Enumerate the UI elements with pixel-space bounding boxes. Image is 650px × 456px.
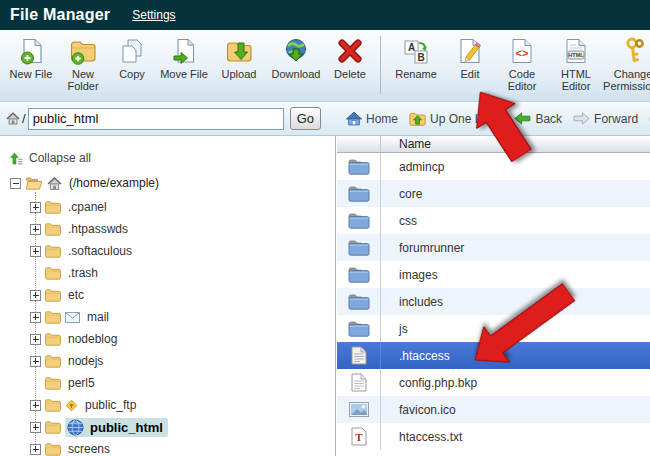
back-button[interactable]: Back (514, 112, 562, 126)
file-row-config-php-bkp[interactable]: config.php.bkp (337, 369, 650, 396)
toolbar-label: Download (272, 68, 321, 80)
folder-blue-icon (348, 293, 370, 310)
folder-icon (45, 443, 61, 456)
toolbar-label: Rename (395, 68, 437, 80)
toolbar-label: Copy (119, 68, 145, 80)
file-row-js[interactable]: js (337, 315, 650, 342)
edit-button[interactable]: Edit (446, 36, 494, 80)
file-name: forumrunner (381, 241, 650, 255)
code-editor-icon: <> (508, 36, 536, 66)
name-column-header[interactable]: Name (381, 136, 650, 152)
tree-item-label: etc (68, 288, 84, 302)
file-row-htaccess-txt[interactable]: T htaccess.txt (337, 423, 650, 450)
globe-icon (67, 419, 84, 436)
svg-text:T: T (355, 431, 363, 443)
tree-item-softaculous[interactable]: .softaculous (10, 240, 335, 262)
tree-item-label: nodejs (68, 354, 103, 368)
tree-item-public-html[interactable]: public_html (10, 416, 335, 438)
download-button[interactable]: Download (267, 36, 325, 80)
ftp-icon (65, 399, 78, 412)
rename-button[interactable]: AB Rename (388, 36, 444, 80)
expand-toggle-icon[interactable] (30, 444, 41, 455)
copy-button[interactable]: Copy (109, 36, 155, 80)
path-input[interactable] (28, 108, 284, 130)
file-row-admincp[interactable]: admincp (337, 153, 650, 180)
tree-item-perl5[interactable]: perl5 (10, 372, 335, 394)
tree-item-htpasswds[interactable]: .htpasswds (10, 218, 335, 240)
folder-icon (45, 245, 61, 258)
home-icon (346, 111, 362, 126)
path-input-group: / Go (0, 107, 336, 130)
tree-item-nodejs[interactable]: nodejs (10, 350, 335, 372)
move-file-icon (170, 36, 198, 66)
toolbar-label: Upload (222, 68, 257, 80)
mail-icon (65, 312, 80, 323)
forward-icon (573, 112, 590, 125)
file-name: core (381, 187, 650, 201)
file-row-includes[interactable]: includes (337, 288, 650, 315)
tree-item-label: perl5 (68, 376, 95, 390)
tree-item-public-ftp[interactable]: public_ftp (10, 394, 335, 416)
file-name: css (381, 214, 650, 228)
file-row-forumrunner[interactable]: forumrunner (337, 234, 650, 261)
folder-blue-icon (348, 266, 370, 283)
upload-button[interactable]: Upload (213, 36, 265, 80)
new-file-button[interactable]: New File (5, 36, 57, 80)
new-folder-button[interactable]: New Folder (59, 36, 107, 92)
folder-icon (45, 201, 61, 214)
settings-link[interactable]: Settings (132, 8, 175, 22)
move-file-button[interactable]: Move File (157, 36, 211, 80)
file-row-images[interactable]: images (337, 261, 650, 288)
delete-button[interactable]: Delete (327, 36, 373, 80)
tree-item-label: .softaculous (68, 244, 132, 258)
tree-item-trash[interactable]: .trash (10, 262, 335, 284)
selected-tree-highlight: public_html (65, 418, 168, 437)
document-icon (351, 346, 367, 365)
folder-blue-icon (348, 320, 370, 337)
tree-item-label: nodeblog (68, 332, 117, 346)
folder-icon (45, 355, 61, 368)
html-editor-icon: HTML (562, 36, 590, 66)
collapse-all-button[interactable]: Collapse all (10, 146, 335, 170)
file-row-favicon-ico[interactable]: favicon.ico (337, 396, 650, 423)
expand-toggle-icon[interactable] (30, 246, 41, 257)
go-button[interactable]: Go (290, 107, 321, 130)
file-row-css[interactable]: css (337, 207, 650, 234)
expand-toggle-icon[interactable] (30, 400, 41, 411)
expand-toggle-icon[interactable] (30, 334, 41, 345)
tree-item-label: public_html (90, 420, 163, 435)
code-editor-button[interactable]: <> Code Editor (496, 36, 548, 92)
tree-item-etc[interactable]: etc (10, 284, 335, 306)
collapse-all-label: Collapse all (29, 151, 91, 165)
home-nav-button[interactable]: Home (346, 111, 398, 126)
change-permissions-button[interactable]: Change Permissions (604, 36, 650, 92)
nav-label: Home (366, 112, 398, 126)
toolbar-label: Change Permissions (603, 68, 650, 92)
collapse-toggle-icon[interactable] (10, 178, 21, 189)
tree-item-mail[interactable]: mail (10, 306, 335, 328)
file-name: images (381, 268, 650, 282)
tree-root-item[interactable]: (/home/example) (10, 170, 335, 196)
toolbar-label: Delete (334, 68, 366, 80)
html-editor-button[interactable]: HTML HTML Editor (550, 36, 602, 92)
expand-toggle-icon[interactable] (30, 422, 41, 433)
forward-button[interactable]: Forward (573, 112, 638, 126)
copy-icon (118, 36, 146, 66)
folder-icon (45, 267, 61, 280)
expand-toggle-icon[interactable] (30, 312, 41, 323)
folder-icon (45, 289, 61, 302)
tree-item-nodeblog[interactable]: nodeblog (10, 328, 335, 350)
expand-toggle-icon[interactable] (30, 202, 41, 213)
expand-toggle-icon[interactable] (30, 356, 41, 367)
tree-item-screens[interactable]: screens (10, 438, 335, 456)
expand-toggle-icon[interactable] (30, 224, 41, 235)
svg-text:B: B (417, 52, 424, 63)
expand-toggle-icon[interactable] (30, 290, 41, 301)
file-row-htaccess-selected[interactable]: .htaccess (337, 342, 650, 369)
toolbar-label: HTML Editor (550, 68, 602, 92)
toolbar-label: Edit (461, 68, 480, 80)
tree-item-cpanel[interactable]: .cpanel (10, 196, 335, 218)
path-bar: / Go Home Up One Level Back Forward Relo… (0, 102, 650, 136)
up-one-level-button[interactable]: Up One Level (409, 112, 503, 126)
file-row-core[interactable]: core (337, 180, 650, 207)
